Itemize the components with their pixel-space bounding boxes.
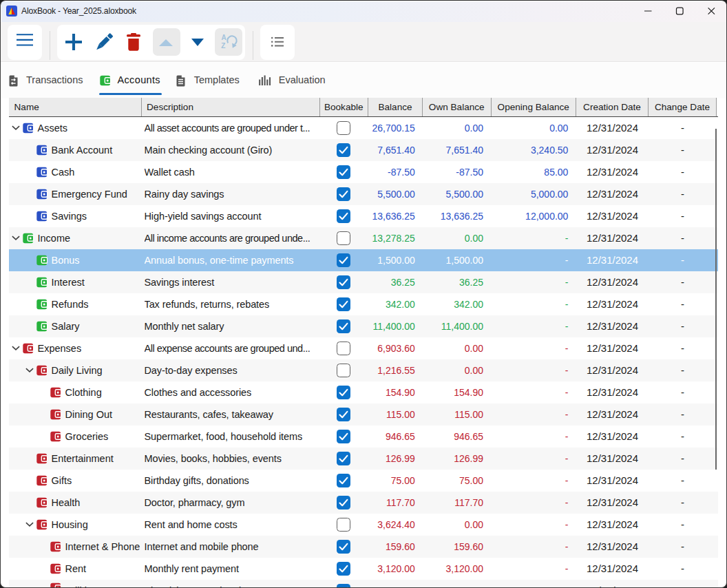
- svg-text:Z: Z: [221, 42, 225, 50]
- svg-text:A: A: [221, 34, 226, 41]
